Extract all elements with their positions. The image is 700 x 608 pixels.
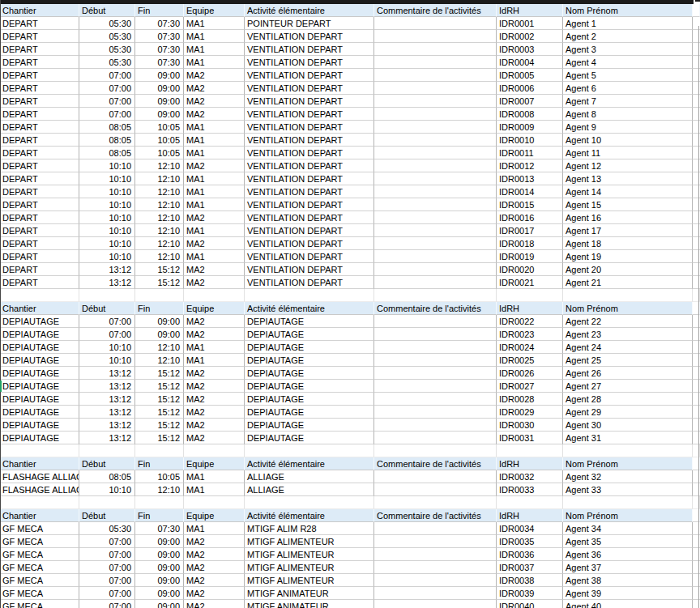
cell-commentaire-de-l-activites[interactable] bbox=[374, 147, 497, 159]
cell-fin[interactable]: 09:00 bbox=[135, 315, 184, 328]
cell-commentaire-de-l-activites[interactable] bbox=[374, 82, 497, 95]
empty-cell[interactable] bbox=[0, 496, 79, 509]
cell-chantier[interactable]: DEPART bbox=[0, 69, 79, 82]
cell-chantier[interactable]: DEPART bbox=[0, 17, 79, 30]
cell-idrh[interactable]: IDR0023 bbox=[497, 328, 563, 341]
cell-idrh[interactable]: IDR0010 bbox=[497, 134, 563, 147]
cell-debut[interactable]: 05:30 bbox=[79, 43, 135, 56]
cell-commentaire-de-l-activites[interactable] bbox=[374, 406, 497, 419]
cell-commentaire-de-l-activites[interactable] bbox=[374, 600, 497, 608]
cell-activite-elementaire[interactable]: VENTILATION DEPART bbox=[245, 56, 374, 69]
cell-debut[interactable]: 10:10 bbox=[79, 211, 135, 224]
cell-nom-prenom[interactable]: Agent 19 bbox=[563, 250, 693, 263]
cell-activite-elementaire[interactable]: POINTEUR DEPART bbox=[245, 17, 374, 30]
cell-equipe[interactable]: MA1 bbox=[184, 185, 245, 198]
cell-idrh[interactable]: IDR0024 bbox=[497, 341, 563, 354]
cell-idrh[interactable]: IDR0019 bbox=[497, 250, 563, 263]
cell-idrh[interactable]: IDR0039 bbox=[497, 587, 563, 600]
cell-chantier[interactable]: DEPART bbox=[0, 108, 79, 121]
cell-fin[interactable]: 12:10 bbox=[135, 198, 184, 211]
cell-fin[interactable]: 15:12 bbox=[135, 419, 184, 432]
cell-chantier[interactable]: DEPART bbox=[0, 172, 79, 185]
cell-debut[interactable]: 08:05 bbox=[79, 147, 135, 159]
cell-commentaire-de-l-activites[interactable] bbox=[374, 224, 497, 237]
column-header-fin[interactable]: Fin bbox=[135, 4, 184, 17]
cell-fin[interactable]: 12:10 bbox=[135, 185, 184, 198]
cell-equipe[interactable]: MA1 bbox=[184, 522, 245, 535]
cell-debut[interactable]: 10:10 bbox=[79, 198, 135, 211]
cell-chantier[interactable]: DEPART bbox=[0, 263, 79, 276]
cell-nom-prenom[interactable]: Agent 26 bbox=[563, 367, 693, 380]
column-header-fin[interactable]: Fin bbox=[135, 302, 184, 315]
cell-nom-prenom[interactable]: Agent 37 bbox=[563, 561, 693, 574]
cell-idrh[interactable]: IDR0033 bbox=[497, 483, 563, 496]
cell-chantier[interactable]: DEPIAUTAGE bbox=[0, 328, 79, 341]
cell-fin[interactable]: 09:00 bbox=[135, 108, 184, 121]
cell-equipe[interactable]: MA1 bbox=[184, 30, 245, 43]
cell-idrh[interactable]: IDR0003 bbox=[497, 43, 563, 56]
cell-chantier[interactable]: DEPART bbox=[0, 95, 79, 108]
cell-commentaire-de-l-activites[interactable] bbox=[374, 250, 497, 263]
cell-equipe[interactable]: MA1 bbox=[184, 354, 245, 367]
cell-fin[interactable]: 09:00 bbox=[135, 95, 184, 108]
cell-commentaire-de-l-activites[interactable] bbox=[374, 470, 497, 483]
cell-fin[interactable]: 15:12 bbox=[135, 406, 184, 419]
cell-chantier[interactable]: DEPIAUTAGE bbox=[0, 393, 79, 406]
cell-commentaire-de-l-activites[interactable] bbox=[374, 522, 497, 535]
cell-equipe[interactable]: MA2 bbox=[184, 159, 245, 172]
cell-debut[interactable]: 07:00 bbox=[79, 587, 135, 600]
cell-equipe[interactable]: MA2 bbox=[184, 419, 245, 432]
cell-nom-prenom[interactable]: Agent 17 bbox=[563, 224, 693, 237]
cell-debut[interactable]: 13:12 bbox=[79, 406, 135, 419]
cell-fin[interactable]: 09:00 bbox=[135, 574, 184, 587]
empty-cell[interactable] bbox=[79, 496, 135, 509]
cell-equipe[interactable]: MA2 bbox=[184, 548, 245, 561]
cell-idrh[interactable]: IDR0008 bbox=[497, 108, 563, 121]
cell-debut[interactable]: 08:05 bbox=[79, 121, 135, 134]
cell-nom-prenom[interactable]: Agent 14 bbox=[563, 185, 693, 198]
cell-equipe[interactable]: MA2 bbox=[184, 263, 245, 276]
cell-fin[interactable]: 12:10 bbox=[135, 483, 184, 496]
cell-idrh[interactable]: IDR0034 bbox=[497, 522, 563, 535]
cell-debut[interactable]: 13:12 bbox=[79, 367, 135, 380]
empty-cell[interactable] bbox=[184, 444, 245, 457]
cell-chantier[interactable]: DEPART bbox=[0, 224, 79, 237]
cell-fin[interactable]: 10:05 bbox=[135, 121, 184, 134]
cell-debut[interactable]: 05:30 bbox=[79, 30, 135, 43]
cell-chantier[interactable]: DEPIAUTAGE bbox=[0, 354, 79, 367]
cell-debut[interactable]: 10:10 bbox=[79, 185, 135, 198]
cell-fin[interactable]: 12:10 bbox=[135, 250, 184, 263]
cell-equipe[interactable]: MA2 bbox=[184, 367, 245, 380]
cell-chantier[interactable]: GF MECA bbox=[0, 522, 79, 535]
cell-chantier[interactable]: DEPART bbox=[0, 185, 79, 198]
cell-commentaire-de-l-activites[interactable] bbox=[374, 432, 497, 444]
cell-activite-elementaire[interactable]: DEPIAUTAGE bbox=[245, 380, 374, 393]
cell-idrh[interactable]: IDR0036 bbox=[497, 548, 563, 561]
cell-debut[interactable]: 05:30 bbox=[79, 522, 135, 535]
cell-nom-prenom[interactable]: Agent 16 bbox=[563, 211, 693, 224]
cell-nom-prenom[interactable]: Agent 31 bbox=[563, 432, 693, 444]
empty-cell[interactable] bbox=[245, 289, 374, 302]
cell-commentaire-de-l-activites[interactable] bbox=[374, 367, 497, 380]
cell-idrh[interactable]: IDR0001 bbox=[497, 17, 563, 30]
cell-activite-elementaire[interactable]: DEPIAUTAGE bbox=[245, 328, 374, 341]
cell-idrh[interactable]: IDR0016 bbox=[497, 211, 563, 224]
cell-equipe[interactable]: MA1 bbox=[184, 56, 245, 69]
cell-fin[interactable]: 07:30 bbox=[135, 43, 184, 56]
cell-debut[interactable]: 05:30 bbox=[79, 56, 135, 69]
column-header-nom-prenom[interactable]: Nom Prénom bbox=[563, 302, 693, 315]
column-header-debut[interactable]: Début bbox=[79, 509, 135, 522]
cell-chantier[interactable]: GF MECA bbox=[0, 574, 79, 587]
cell-debut[interactable]: 05:30 bbox=[79, 17, 135, 30]
empty-cell[interactable] bbox=[374, 496, 497, 509]
cell-equipe[interactable]: MA1 bbox=[184, 470, 245, 483]
cell-commentaire-de-l-activites[interactable] bbox=[374, 483, 497, 496]
cell-idrh[interactable]: IDR0022 bbox=[497, 315, 563, 328]
cell-debut[interactable]: 10:10 bbox=[79, 237, 135, 250]
column-header-nom-prenom[interactable]: Nom Prénom bbox=[563, 509, 693, 522]
cell-chantier[interactable]: DEPART bbox=[0, 198, 79, 211]
cell-chantier[interactable]: DEPART bbox=[0, 276, 79, 289]
cell-idrh[interactable]: IDR0030 bbox=[497, 419, 563, 432]
cell-nom-prenom[interactable]: Agent 6 bbox=[563, 82, 693, 95]
cell-activite-elementaire[interactable]: VENTILATION DEPART bbox=[245, 30, 374, 43]
